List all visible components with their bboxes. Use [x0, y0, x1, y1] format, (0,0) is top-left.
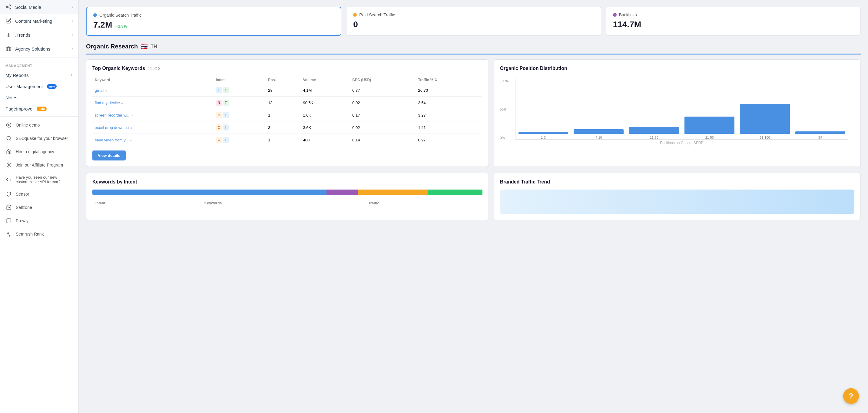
sidebar-item-seoquake[interactable]: SEOquake for your browser [0, 132, 79, 145]
cell-traffic: 3.54 [415, 97, 482, 109]
keyword-link[interactable]: gmail » [95, 88, 107, 93]
sidebar-item-hire-agency[interactable]: Hire a digital agency [0, 145, 79, 158]
panels-row: Top Organic Keywords 41,812 Keyword Inte… [86, 59, 861, 167]
sidebar-item-online-demo[interactable]: Online demo [0, 118, 79, 132]
backlinks-card[interactable]: Backlinks 114.7M [606, 7, 861, 36]
fab-label: ? [849, 392, 854, 400]
sidebar-item-my-reports[interactable]: My Reports + [0, 69, 79, 81]
card-value-row: 7.2M +1.3% [93, 20, 334, 30]
table-row: screen recorder wi... » CI 1 1.6K 0.17 3… [92, 109, 483, 121]
cell-pos: 3 [266, 121, 301, 134]
user-management-label: User Management [5, 84, 43, 89]
second-panels-row: Keywords by Intent Intent Keywords Traff… [86, 173, 861, 220]
sidebar: Social Media › Content Marketing › .Tren… [0, 0, 79, 413]
sidebar-item-prowly[interactable]: Prowly [0, 214, 79, 227]
card-label: Paid Search Traffic [353, 12, 594, 17]
chart-bars: 1-34-1011-2021-5051-100SF [515, 79, 848, 139]
svg-point-2 [9, 8, 10, 9]
card-value-row: 114.7M [613, 20, 854, 29]
view-details-button[interactable]: View details [92, 151, 126, 160]
misc-item-label: Join our Affiliate Program [16, 163, 63, 167]
sidebar-item-sensor[interactable]: Sensor [0, 187, 79, 201]
divider [0, 116, 79, 117]
intent-bar-segment [92, 190, 327, 195]
intent-col-traffic: Traffic [366, 200, 482, 206]
sidebar-item-user-management[interactable]: User Management new [0, 81, 79, 92]
intent-col-intent: Intent [93, 200, 202, 206]
cell-cpc: 0.02 [350, 121, 415, 134]
chart-bar [740, 104, 790, 134]
organic-value: 7.2M [93, 20, 112, 29]
intent-bar-segment [327, 190, 358, 195]
sidebar-item-trends[interactable]: .Trends › [0, 28, 79, 42]
intent-bar-segment [428, 190, 482, 195]
svg-line-3 [7, 7, 9, 8]
sidebar-item-agency-solutions[interactable]: Agency Solutions › [0, 42, 79, 56]
sidebar-item-affiliate[interactable]: Join our Affiliate Program [0, 158, 79, 172]
keyword-link[interactable]: save video from y... » [95, 138, 131, 142]
misc-item-label: Prowly [16, 218, 28, 223]
misc-item-label: Hire a digital agency [16, 149, 54, 154]
organic-traffic-card[interactable]: Organic Search Traffic 7.2M +1.3% [86, 7, 341, 36]
sidebar-item-page-improve[interactable]: PageImprove beta [0, 103, 79, 115]
add-report-icon[interactable]: + [70, 72, 73, 78]
chart-bar-label: 1-3 [541, 136, 546, 139]
card-label-text: Paid Search Traffic [359, 12, 395, 17]
sidebar-item-content-marketing[interactable]: Content Marketing › [0, 14, 79, 28]
table-row: excel drop down list » CI 3 3.6K 0.02 1.… [92, 121, 483, 134]
keywords-title: Top Organic Keywords [92, 66, 145, 71]
sidebar-item-semrush-rank[interactable]: Semrush Rank [0, 227, 79, 241]
keyword-link[interactable]: screen recorder wi... » [95, 113, 133, 118]
position-chart-area: 100% 50% 0% 1-34-1011-2021-5051-100SF Po… [500, 76, 855, 155]
cell-traffic: 0.97 [415, 134, 482, 146]
cell-intent: CI [214, 134, 266, 146]
intent-table: Intent Keywords Traffic [92, 199, 483, 207]
panel-title: Branded Traffic Trend [500, 179, 855, 185]
cell-intent: CI [214, 121, 266, 134]
svg-point-11 [7, 136, 10, 140]
sidebar-item-label: Social Media [15, 4, 41, 10]
paid-value: 0 [353, 20, 358, 29]
col-cpc: CPC (USD) [350, 76, 415, 84]
cell-pos: 1 [266, 109, 301, 121]
cell-keyword: screen recorder wi... » [92, 109, 214, 121]
paid-traffic-card[interactable]: Paid Search Traffic 0 [346, 7, 601, 36]
keywords-by-intent-panel: Keywords by Intent Intent Keywords Traff… [86, 173, 489, 220]
cell-traffic: 26.70 [415, 84, 482, 97]
sidebar-item-api-format[interactable]: Have you seen our new customizable API f… [0, 172, 79, 187]
briefcase-icon [5, 46, 11, 52]
my-reports-label: My Reports [5, 73, 29, 78]
sort-icon: ⇅ [434, 78, 437, 82]
y-label-0: 0% [500, 136, 508, 139]
misc-item-label: Sellzone [16, 205, 32, 210]
keyword-link[interactable]: excel drop down list » [95, 125, 132, 130]
section-title: Organic Research [86, 43, 138, 50]
intent-badge: T [223, 87, 229, 93]
section-header: Organic Research 🇹🇭 TH [86, 43, 861, 55]
sidebar-item-social-media[interactable]: Social Media › [0, 0, 79, 14]
panel-title: Organic Position Distribution [500, 66, 855, 71]
col-pos: Pos. [266, 76, 301, 84]
card-label: Backlinks [613, 12, 854, 17]
chart-bar-label: SF [818, 136, 822, 139]
share-icon [5, 4, 11, 10]
col-traffic: Traffic % ⇅ [415, 76, 482, 84]
chart-bar-label: 4-10 [595, 136, 602, 139]
sidebar-item-notes[interactable]: Notes [0, 92, 79, 103]
chart-bar [574, 129, 624, 134]
help-fab[interactable]: ? [843, 388, 859, 404]
cell-volume: 1.6K [301, 109, 350, 121]
chevron-right-icon: › [72, 46, 73, 51]
keyword-link[interactable]: find my device » [95, 100, 123, 105]
prowly-icon [5, 217, 12, 224]
card-label-text: Organic Search Traffic [99, 13, 142, 18]
svg-point-0 [9, 5, 10, 6]
svg-point-13 [8, 164, 10, 166]
col-volume: Volume [301, 76, 350, 84]
chart-bar-group: SF [795, 131, 845, 139]
edit-icon [5, 18, 11, 24]
chart-bar [519, 132, 568, 134]
chart-y-labels: 100% 50% 0% [500, 79, 508, 139]
table-row: save video from y... » CI 1 480 0.14 0.9… [92, 134, 483, 146]
sidebar-item-sellzone[interactable]: Sellzone [0, 201, 79, 214]
